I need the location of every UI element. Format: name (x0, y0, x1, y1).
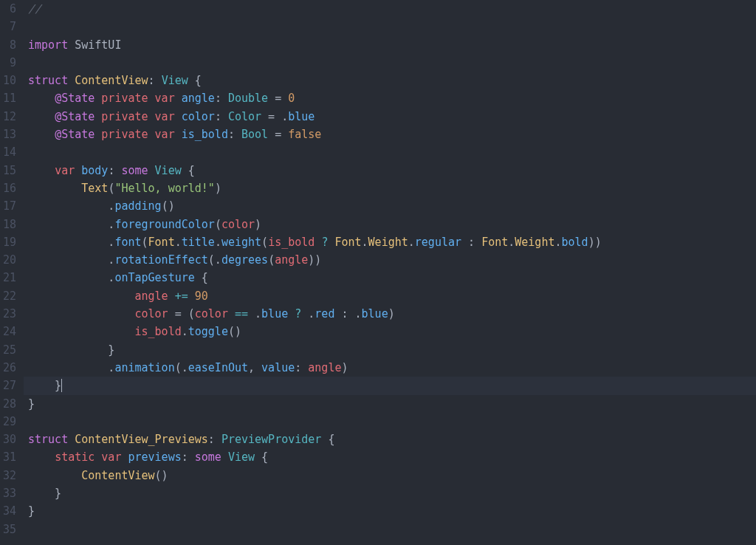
code-line[interactable]: .rotationEffect(.degrees(angle)) (28, 251, 756, 269)
token (175, 110, 182, 123)
token: animation (114, 361, 174, 374)
code-line[interactable]: ContentView() (28, 467, 756, 484)
line-number-gutter: 6789101112131415161718192021222324252627… (0, 0, 24, 545)
token: // (28, 2, 41, 16)
code-line[interactable]: } (24, 377, 756, 394)
line-number: 27 (0, 377, 16, 394)
token: { (321, 433, 334, 446)
code-line[interactable]: @State private var color: Color = .blue (28, 108, 756, 126)
token (168, 289, 175, 303)
token: ( (142, 236, 148, 249)
token: . (554, 236, 561, 249)
token: previews (128, 450, 181, 464)
token (28, 128, 55, 141)
token: Double (228, 92, 268, 105)
token: body (81, 164, 108, 177)
code-line[interactable] (28, 143, 756, 161)
code-area[interactable]: //import SwiftUIstruct ContentView: View… (24, 0, 756, 545)
token: ) (215, 182, 221, 195)
code-line[interactable]: .font(Font.title.weight(is_bold ? Font.W… (28, 233, 756, 251)
token: angle (308, 361, 341, 374)
line-number: 14 (0, 143, 16, 161)
token: blue (362, 307, 388, 321)
token: is_bold (268, 236, 315, 249)
token: += (175, 289, 188, 303)
token (75, 164, 81, 177)
token: View (228, 450, 255, 464)
token: private (101, 92, 148, 105)
code-line[interactable]: Text("Hello, world!") (28, 179, 756, 197)
token (28, 469, 81, 482)
token (175, 128, 182, 141)
token: static (55, 450, 94, 464)
code-line[interactable]: struct ContentView_Previews: PreviewProv… (28, 431, 756, 448)
code-line[interactable]: .padding() (28, 197, 756, 215)
token: )) (588, 236, 602, 249)
token: font (114, 236, 141, 249)
token (68, 74, 75, 87)
token (28, 307, 135, 321)
code-line[interactable]: color = (color == .blue ? .red : .blue) (28, 305, 756, 323)
token: } (28, 343, 114, 357)
code-line[interactable]: @State private var angle: Double = 0 (28, 89, 756, 107)
line-number: 18 (0, 216, 16, 233)
token: color (221, 218, 255, 231)
line-number: 16 (0, 179, 16, 197)
code-line[interactable]: var body: some View { (28, 162, 756, 179)
token (28, 182, 81, 195)
line-number: 20 (0, 251, 16, 269)
token: (. (175, 361, 188, 374)
line-number: 6 (0, 0, 16, 18)
token (148, 128, 155, 141)
token (28, 289, 135, 303)
code-line[interactable] (28, 521, 756, 538)
token: @State (55, 128, 94, 141)
line-number: 28 (0, 395, 16, 413)
token (148, 110, 155, 123)
code-line[interactable] (28, 18, 756, 35)
code-line[interactable]: @State private var is_bold: Bool = false (28, 126, 756, 143)
code-line[interactable]: .foregroundColor(color) (28, 216, 756, 233)
token: private (101, 128, 148, 141)
token: { (255, 450, 268, 464)
token: is_bold (135, 325, 182, 338)
code-line[interactable] (28, 413, 756, 431)
line-number: 7 (0, 18, 16, 35)
token: @State (55, 92, 94, 105)
token: value (261, 361, 295, 374)
line-number: 23 (0, 305, 16, 323)
token: Text (81, 182, 108, 195)
code-line[interactable]: import SwiftUI (28, 36, 756, 54)
code-editor[interactable]: 6789101112131415161718192021222324252627… (0, 0, 756, 545)
code-line[interactable]: } (28, 484, 756, 502)
token (68, 433, 75, 446)
token: () (228, 325, 241, 338)
code-line[interactable]: // (28, 0, 756, 18)
code-line[interactable]: } (28, 341, 756, 359)
token: . (508, 236, 515, 249)
text-cursor (61, 379, 62, 392)
token: ContentView_Previews (75, 433, 208, 446)
code-line[interactable]: angle += 90 (28, 287, 756, 305)
line-number: 31 (0, 448, 16, 466)
token: . (28, 361, 114, 374)
token: angle (275, 253, 308, 267)
code-line[interactable] (28, 54, 756, 72)
code-line[interactable]: static var previews: some View { (28, 448, 756, 466)
token: = (268, 92, 288, 105)
code-line[interactable]: .onTapGesture { (28, 269, 756, 287)
token: color (135, 307, 168, 321)
code-line[interactable]: struct ContentView: View { (28, 72, 756, 89)
token (28, 92, 55, 105)
code-line[interactable]: .animation(.easeInOut, value: angle) (28, 359, 756, 377)
code-line[interactable]: } (28, 502, 756, 520)
token: angle (182, 92, 215, 105)
token: . (28, 218, 114, 231)
token (28, 164, 55, 177)
code-line[interactable]: is_bold.toggle() (28, 323, 756, 340)
token: . (175, 236, 182, 249)
token: : (228, 128, 241, 141)
token: } (28, 379, 61, 392)
token: . (28, 236, 114, 249)
code-line[interactable]: } (28, 395, 756, 413)
